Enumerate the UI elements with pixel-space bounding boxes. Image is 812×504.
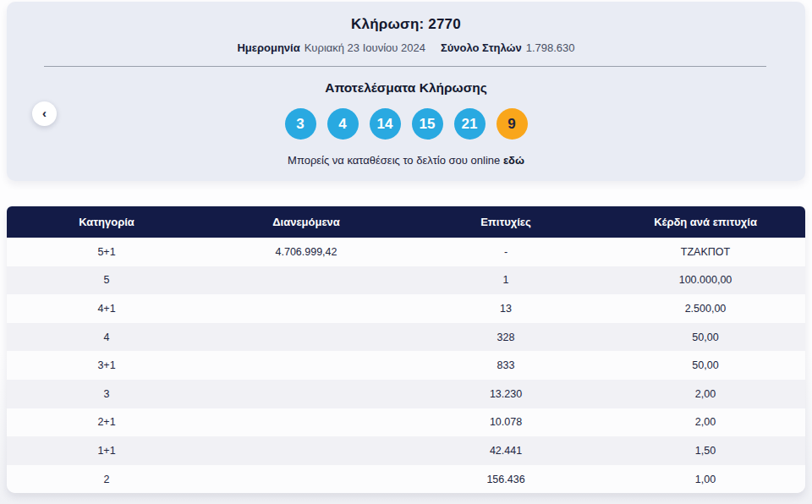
winning-numbers-row: 341415219 [7,108,805,140]
lottery-results-page: Κλήρωση: 2770 ΗμερομηνίαΚυριακή 23 Ιουνί… [0,0,812,504]
caption-text: Μπορείς να καταθέσεις το δελτίο σου onli… [288,154,500,167]
table-cell: 1,00 [606,474,805,485]
column-header: Κέρδη ανά επιτυχία [606,216,805,228]
winning-number-ball: 4 [327,108,359,140]
table-row: 1+142.4411,50 [7,436,805,465]
table-cell: 1 [406,274,606,286]
table-cell: 4+1 [7,303,206,315]
table-row: 51100.000,00 [7,266,805,295]
column-header: Διανεμόμενα [206,216,406,228]
chevron-left-icon: ‹ [42,107,47,119]
table-row: 432850,00 [7,323,805,352]
divider-line [44,66,766,67]
previous-draw-button[interactable]: ‹ [32,101,57,126]
table-cell: ΤΖΑΚΠΟΤ [606,246,805,258]
table-row: 5+14.706.999,42-ΤΖΑΚΠΟΤ [7,238,805,266]
table-cell: 50,00 [606,359,805,371]
table-row: 313.2302,00 [7,380,805,408]
table-cell: 5 [7,274,206,286]
table-cell: 13.230 [406,388,606,400]
draw-summary-panel: Κλήρωση: 2770 ΗμερομηνίαΚυριακή 23 Ιουνί… [7,2,805,181]
prize-table: ΚατηγορίαΔιανεμόμεναΕπιτυχίεςΚέρδη ανά ε… [7,206,805,493]
total-columns-value: 1.798.630 [526,41,575,54]
bonus-number-ball: 9 [497,108,528,140]
prize-table-header: ΚατηγορίαΔιανεμόμεναΕπιτυχίεςΚέρδη ανά ε… [7,206,805,238]
table-cell: 2.500,00 [606,303,805,315]
date-label: Ημερομηνία [237,41,299,54]
table-cell: 156.436 [406,474,606,485]
table-cell: 100.000,00 [606,274,805,286]
prize-table-body: 5+14.706.999,42-ΤΖΑΚΠΟΤ51100.000,004+113… [7,238,805,493]
winning-number-ball: 3 [285,108,316,140]
table-cell: 4.706.999,42 [206,246,406,258]
table-cell: 1+1 [7,445,206,457]
draw-title: Κλήρωση: 2770 [7,2,805,33]
table-cell: 50,00 [606,331,805,343]
table-row: 4+1132.500,00 [7,294,805,323]
column-header: Επιτυχίες [406,216,606,228]
table-cell: 4 [7,331,206,343]
draw-meta-row: ΗμερομηνίαΚυριακή 23 Ιουνίου 2024Σύνολο … [7,41,805,54]
table-cell: 833 [406,359,606,371]
total-columns-label: Σύνολο Στηλών [441,41,522,54]
table-cell: 3 [7,388,206,400]
online-submit-link[interactable]: εδώ [503,154,524,167]
table-cell: 2,00 [606,416,805,428]
table-row: 2+110.0782,00 [7,408,805,437]
table-cell: 2 [7,474,206,485]
table-cell: 3+1 [7,359,206,371]
winning-number-ball: 14 [370,108,401,140]
column-header: Κατηγορία [7,216,206,228]
table-cell: 13 [406,303,606,315]
winning-number-ball: 21 [454,108,486,140]
table-row: 2156.4361,00 [7,465,805,494]
table-cell: 1,50 [606,445,805,457]
table-cell: 42.441 [406,445,606,457]
results-title: Αποτελέσματα Κλήρωσης [7,80,805,96]
table-cell: 2,00 [606,388,805,400]
date-value: Κυριακή 23 Ιουνίου 2024 [304,41,425,54]
table-cell: 328 [406,331,606,343]
winning-number-ball: 15 [412,108,443,140]
table-cell: 2+1 [7,416,206,428]
table-cell: 10.078 [406,416,606,428]
table-row: 3+183350,00 [7,351,805,380]
table-cell: - [406,246,606,258]
online-submit-caption: Μπορείς να καταθέσεις το δελτίο σου onli… [7,154,805,167]
table-cell: 5+1 [7,246,206,258]
